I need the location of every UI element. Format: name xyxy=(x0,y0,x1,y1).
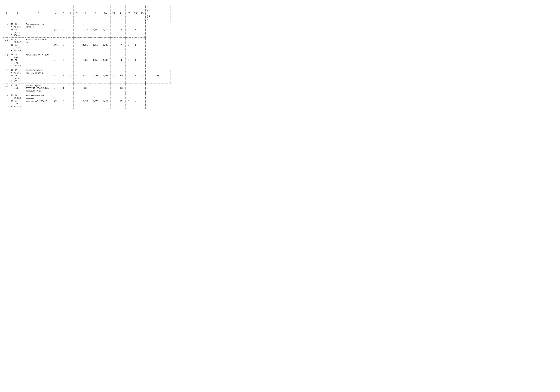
row-col11: – xyxy=(110,93,117,109)
row-col10: 0,33 xyxy=(100,38,110,53)
row-id: I9 xyxy=(3,53,10,68)
row-col10: 0,38 xyxy=(100,93,110,109)
row-unit: шт. xyxy=(52,93,60,109)
row-col9: – xyxy=(90,83,100,93)
data-table: I 2 3 4 5 6 7 8 9 I0 II I2 I3 I4 I5 ТЛ 7… xyxy=(3,5,171,109)
row-col5: 2 xyxy=(60,22,67,38)
row-unit: шт. xyxy=(52,22,60,38)
row-ref: I5-I7п.I-29I xyxy=(10,83,25,93)
row-col13: 3 xyxy=(126,68,132,83)
row-col9: 0,97 xyxy=(90,93,100,109)
row-col12: 36 xyxy=(117,93,126,109)
row-id: 20 xyxy=(3,68,10,83)
row-col12: 3 xyxy=(117,22,126,38)
row-col9: I,59 xyxy=(90,68,100,83)
main-table-container: I 2 3 4 5 6 7 8 9 I0 II I2 I3 I4 I5 ТЛ 7… xyxy=(3,5,171,109)
side-label-bottom: АА. IV xyxy=(149,10,151,17)
side-label-mid: 64- xyxy=(146,68,171,83)
row-col8: I,85 xyxy=(80,53,90,68)
row-col10: 0,34 xyxy=(100,22,110,38)
row-col14: 2 xyxy=(132,93,139,109)
row-col13: I xyxy=(126,38,132,53)
side-label-top: ТЛ 704-4-34.35 xyxy=(147,6,149,21)
row-id: 22 xyxy=(3,93,10,109)
row-id: 17 xyxy=(3,22,10,38)
row-ref: I5-04п.0I-058I5-I7п.I-35I8-574-30 xyxy=(10,93,25,109)
header-col2: 2 xyxy=(10,5,25,22)
row-name: Арматура АСГЛ-220 xyxy=(25,53,52,68)
table-row: I8 I5-04п.I9-062I5-I7п.I-4788-574-56 Лам… xyxy=(3,38,171,53)
header-col7: 7 xyxy=(73,5,80,22)
row-col13: I xyxy=(126,53,132,68)
row-col14: I xyxy=(132,68,139,83)
row-col11: – xyxy=(110,22,117,38)
row-col11: – xyxy=(110,38,117,53)
table-row: 20 I5-04п.06-I56I5-I7п.I-4I48-574-1 Пере… xyxy=(3,68,171,83)
row-name: Автоматический выклю-чатель АЕ 2036УЗ xyxy=(25,93,52,109)
row-col13: I xyxy=(126,22,132,38)
table-row: 17 I5-04п.03-065I5-I7п.I-3798-574-6 Пред… xyxy=(3,22,171,38)
row-col8: 9,3 xyxy=(80,68,90,83)
header-col12: I2 xyxy=(117,5,126,22)
row-unit: шт. xyxy=(52,68,60,83)
row-name: Предохранитель ПРС6-П xyxy=(25,22,52,38)
header-col3: 3 xyxy=(25,5,52,22)
row-col7: '– xyxy=(73,93,80,109)
row-col8: 8,85 xyxy=(80,93,90,109)
row-col7: – xyxy=(73,53,80,68)
row-col6: – xyxy=(67,53,73,68)
row-col9: 0,66 xyxy=(90,22,100,38)
table-row: 2I I5-I7п.I-29I Каркас щитаРУС8I4I-0300-… xyxy=(3,83,171,93)
row-col7: – xyxy=(73,38,80,53)
row-col11: – xyxy=(110,53,117,68)
row-col12: I9 xyxy=(117,68,126,83)
row-col14: I xyxy=(132,38,139,53)
row-col5: 2 xyxy=(60,53,67,68)
table-row: 22 I5-04п.0I-058I5-I7п.I-35I8-574-30 Авт… xyxy=(3,93,171,109)
row-name: Каркас щитаРУС8I4I-0300-54УЗ500х500х250 xyxy=(25,83,52,93)
row-col14: I xyxy=(132,53,139,68)
row-col12: 46 xyxy=(117,83,126,93)
row-col11: – xyxy=(110,68,117,83)
row-ref: I5-04п.06-I56I5-I7п.I-4I48-574-1 xyxy=(10,68,25,83)
row-col6: – xyxy=(67,38,73,53)
row-col6: – xyxy=(67,83,73,93)
row-name: Лампа сигнальная ТС xyxy=(25,38,52,53)
row-col6: – xyxy=(67,68,73,83)
row-col8: 46 xyxy=(80,83,90,93)
row-col5: 2 xyxy=(60,68,67,83)
table-row: I9 I5-I7п.5-063I5-I7п.I-48I8-564-56 Арма… xyxy=(3,53,171,68)
header-col5: 5 xyxy=(60,5,67,22)
row-col8: 3,50 xyxy=(80,38,90,53)
header-col8: 8 xyxy=(80,5,90,22)
row-unit: шт. xyxy=(52,83,60,93)
header-col10: I0 xyxy=(100,5,110,22)
row-col13: – xyxy=(126,83,132,93)
row-col5: 2 xyxy=(60,38,67,53)
row-col15: – xyxy=(139,53,145,68)
row-name: ПереключательПКЛ-I0-2-I0-I xyxy=(25,68,52,83)
row-col15: – xyxy=(139,38,145,53)
row-ref: I5-I7п.5-063I5-I7п.I-48I8-564-56 xyxy=(10,53,25,68)
header-col14: I4 xyxy=(132,5,139,22)
row-col12: 7 xyxy=(117,38,126,53)
header-col6: 6 xyxy=(67,5,73,22)
row-col14: – xyxy=(132,83,139,93)
row-col10: 0,60 xyxy=(100,68,110,83)
row-unit: шт. xyxy=(52,53,60,68)
header-col9: 9 xyxy=(90,5,100,22)
row-col15: – xyxy=(139,68,145,83)
row-col11: – xyxy=(110,83,117,93)
row-col10: – xyxy=(100,83,110,93)
row-col5: 4 xyxy=(60,93,67,109)
row-col15: – xyxy=(139,22,145,38)
side-label-cell: ТЛ 704-4-34.35 АА. IV xyxy=(146,5,171,22)
row-col8: I,25 xyxy=(80,22,90,38)
header-col4: 4 xyxy=(52,5,60,22)
row-ref: I5-04п.I9-062I5-I7п.I-4788-574-56 xyxy=(10,38,25,53)
row-col7: – xyxy=(73,22,80,38)
header-col15: I5 xyxy=(139,5,145,22)
row-col9: 0,55 xyxy=(90,38,100,53)
row-unit: шт. xyxy=(52,38,60,53)
row-col14: I xyxy=(132,22,139,38)
